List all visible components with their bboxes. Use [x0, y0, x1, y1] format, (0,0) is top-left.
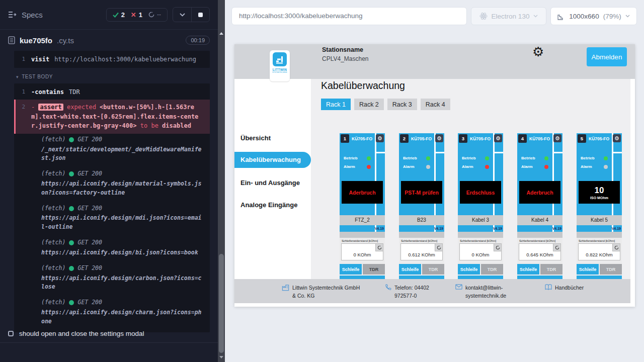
restart-icon	[148, 12, 154, 18]
scrollbar-thumb[interactable]	[219, 254, 224, 353]
stop-button[interactable]	[191, 8, 209, 22]
card-model: KÜ705-FO	[529, 136, 550, 141]
refresh-button[interactable]	[375, 244, 383, 251]
fetch-log[interactable]: (fetch)GET 200 https://api.iconify.desig…	[14, 262, 210, 297]
tdr-button[interactable]: TDR	[363, 264, 385, 275]
check-icon	[113, 12, 119, 18]
resistance-label: Schleifenwiderstand [kOhm]	[460, 239, 502, 242]
status-ok-dot	[69, 300, 74, 305]
chevron-down-icon	[180, 13, 185, 17]
status-display: 10ISO MOhm	[579, 181, 620, 204]
schleife-button[interactable]: Schleife	[517, 264, 539, 275]
tdr-button[interactable]: TDR	[481, 264, 503, 275]
app-sidebar: Übersicht Kabelüberwachung Ein- und Ausg…	[234, 79, 311, 307]
resistance-value: 0 KOhm	[460, 252, 501, 257]
book-icon	[545, 284, 552, 290]
gear-icon: ⚙	[437, 136, 442, 141]
schleife-button[interactable]: Schleife	[340, 264, 362, 275]
resistance-value: 0.645 KOhm	[519, 252, 560, 257]
refresh-icon	[377, 245, 382, 250]
card-settings-button[interactable]: ⚙	[376, 134, 384, 142]
settings-gear-icon[interactable]: ⚙	[532, 45, 544, 58]
betrieb-led	[426, 156, 430, 160]
status-display: PST-M prüfen	[401, 181, 442, 204]
scroll-up-arrow[interactable]	[219, 32, 223, 35]
status-display: Erdschluss	[460, 181, 501, 204]
test-stats[interactable]: 2 ✕ 1 --	[106, 8, 168, 22]
fetch-log[interactable]: (fetch)GET 200 https://api.iconify.desig…	[14, 237, 210, 262]
command-assert-failed[interactable]: 2 - assert expected <button.w-[50%].h-[1…	[14, 100, 210, 134]
stat-pending: --	[148, 11, 161, 18]
alarm-led	[485, 165, 489, 169]
status-display: Aderbruch	[342, 181, 383, 204]
firmware-version: V4.19	[552, 227, 561, 230]
collapse-button[interactable]	[173, 8, 191, 22]
email-icon	[455, 284, 462, 290]
resistance-readout: 0.645 KOhm	[519, 243, 561, 260]
device-card: 1 KÜ705-FO ⚙ Betrieb Alarm Aderbruch FTZ…	[340, 133, 385, 284]
resistance-label: Schleifenwiderstand [kOhm]	[579, 239, 620, 242]
tab-rack-1[interactable]: Rack 1	[321, 99, 351, 110]
specs-title: Specs	[22, 11, 43, 19]
refresh-button[interactable]	[494, 244, 501, 251]
chevron-down-icon	[533, 15, 538, 18]
x-icon: ✕	[131, 11, 136, 19]
refresh-button[interactable]	[553, 244, 560, 251]
fetch-log[interactable]: (fetch)GET 200 https://api.iconify.desig…	[14, 203, 210, 237]
schleife-button[interactable]: Schleife	[458, 264, 480, 275]
station-label: Stationsname	[322, 46, 369, 53]
sidebar-item-ein-und-ausgaenge[interactable]: Ein- und Ausgänge	[240, 179, 300, 187]
card-model: KÜ705-FO	[352, 136, 372, 141]
viewport-size-select[interactable]: 1000x660 (79%)	[550, 7, 637, 25]
refresh-icon	[555, 245, 559, 250]
footer-email: kontakt@littwin-systemtechnik.de	[455, 284, 517, 300]
command-visit[interactable]: 1 visit http://localhost:3000/kabelueber…	[14, 52, 210, 67]
tdr-button[interactable]: TDR	[422, 264, 444, 275]
cable-name: FTZ_2	[340, 215, 385, 225]
card-number-badge: 2	[400, 134, 409, 143]
tdr-button[interactable]: TDR	[540, 264, 562, 275]
app-viewport: Stationsname CPLV4_Maschen ⚙ Abmelden LI…	[234, 44, 635, 307]
spec-name: kue705fo	[20, 36, 52, 45]
resistance-readout: 0.612 KOhm	[400, 243, 443, 260]
sidebar-item-analoge-eingaenge[interactable]: Analoge Eingänge	[240, 201, 297, 209]
card-model: KÜ705-FO	[470, 136, 491, 141]
firmware-version: V4.19	[612, 227, 621, 230]
sidebar-item-uebersicht[interactable]: Übersicht	[240, 134, 271, 142]
card-settings-button[interactable]: ⚙	[553, 134, 561, 142]
resistance-value: 0.822 KOhm	[579, 252, 620, 257]
specs-menu-icon[interactable]	[8, 11, 17, 18]
refresh-button[interactable]	[612, 244, 620, 251]
sidebar-item-kabelueberwachung[interactable]: Kabelüberwachung	[234, 152, 311, 168]
schleife-button[interactable]: Schleife	[399, 264, 421, 275]
alarm-led	[367, 165, 371, 169]
status-ok-dot	[69, 266, 74, 271]
fetch-log[interactable]: (fetch)GET 200 https://api.iconify.desig…	[14, 168, 210, 202]
scroll-down-arrow[interactable]	[219, 356, 223, 358]
spec-duration: 00:19	[186, 36, 210, 45]
card-settings-button[interactable]: ⚙	[494, 134, 502, 142]
url-input[interactable]: http://localhost:3000/kabelueberwachung	[231, 7, 467, 25]
gear-icon: ⚙	[555, 136, 560, 141]
card-settings-button[interactable]: ⚙	[435, 134, 443, 142]
next-test-row[interactable]: should open and close the settings modal	[0, 324, 218, 343]
resistance-readout: 0 KOhm	[459, 243, 502, 260]
tab-rack-4[interactable]: Rack 4	[421, 99, 450, 110]
tab-rack-2[interactable]: Rack 2	[354, 99, 384, 110]
card-model: KÜ705-FO	[411, 136, 432, 141]
tdr-button[interactable]: TDR	[600, 264, 622, 275]
cypress-reporter: Specs 2 ✕ 1 --	[0, 0, 218, 362]
test-body-section[interactable]: ▾ TEST BODY	[16, 74, 210, 79]
tab-rack-3[interactable]: Rack 3	[387, 99, 417, 110]
schleife-button[interactable]: Schleife	[577, 264, 599, 275]
footer-phone: Telefon: 04402 972577-0	[385, 284, 441, 300]
betrieb-led	[367, 156, 371, 160]
scrollbar-track[interactable]	[218, 0, 225, 362]
command-contains[interactable]: 1 -contains TDR	[14, 84, 210, 100]
logout-button[interactable]: Abmelden	[587, 47, 627, 66]
footer-manuals[interactable]: Handbücher	[545, 284, 584, 292]
refresh-button[interactable]	[435, 244, 442, 251]
fetch-log[interactable]: (fetch)GET 200 /_next/static/development…	[14, 134, 210, 168]
card-settings-button[interactable]: ⚙	[613, 134, 621, 142]
browser-select[interactable]: Electron 130	[471, 7, 546, 25]
